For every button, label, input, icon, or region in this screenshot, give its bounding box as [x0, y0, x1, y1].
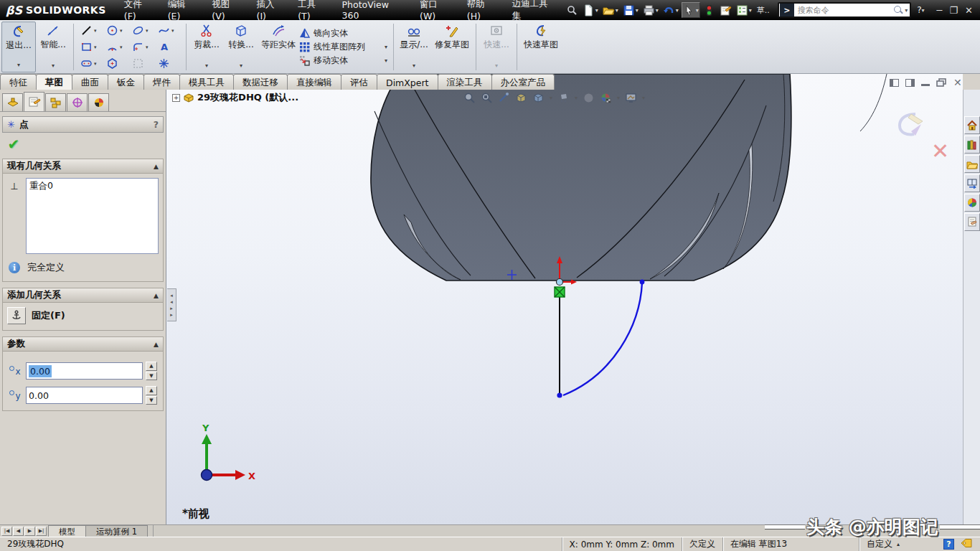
- tab-office-products[interactable]: 办公室产品: [491, 74, 555, 90]
- tab-features[interactable]: 特征: [0, 74, 37, 90]
- open-file-button[interactable]: ▾: [601, 2, 620, 18]
- last-tab-icon[interactable]: ▶|: [36, 527, 47, 536]
- options-properties-icon[interactable]: [718, 2, 733, 18]
- doc-restore-button[interactable]: [936, 78, 947, 88]
- show-left-pane-icon[interactable]: [890, 79, 899, 87]
- quick-snaps-button[interactable]: 快速草图: [520, 22, 562, 72]
- tab-dimxpert[interactable]: DimXpert: [377, 74, 438, 90]
- rectangle-tool[interactable]: ▾: [78, 39, 104, 55]
- restore-button[interactable]: ❐: [949, 5, 958, 16]
- convert-entities-button[interactable]: 转换... ▾: [224, 22, 258, 72]
- tab-dimxpert-manager[interactable]: [67, 93, 88, 111]
- search-commands-box[interactable]: > 搜索命令 ▾: [778, 2, 911, 18]
- tab-configuration-manager[interactable]: [45, 93, 66, 111]
- tab-surfaces[interactable]: 曲面: [72, 74, 108, 90]
- edit-appearance-icon[interactable]: [583, 92, 595, 104]
- move-entities-button[interactable]: 移动实体 ▾: [298, 55, 390, 67]
- repair-sketch-button[interactable]: 修复草图: [431, 22, 473, 72]
- x-spin-up-icon[interactable]: ▲: [146, 362, 157, 371]
- custom-properties-button[interactable]: [964, 213, 980, 231]
- search-input[interactable]: 搜索命令: [794, 5, 893, 16]
- menu-file[interactable]: 文件(F): [116, 0, 160, 20]
- parameters-header[interactable]: 参数 ▲: [3, 337, 163, 352]
- x-spin-down-icon[interactable]: ▼: [146, 372, 157, 381]
- zoom-fit-icon[interactable]: [463, 92, 476, 104]
- tab-data-migration[interactable]: 数据迁移: [233, 74, 288, 90]
- y-spinner[interactable]: ▲▼: [146, 386, 157, 405]
- slot-tool[interactable]: ▾: [78, 55, 104, 72]
- close-button[interactable]: ✕: [965, 5, 973, 16]
- status-units[interactable]: 自定义 ▴: [859, 537, 938, 551]
- menu-maidi-tools[interactable]: 迈迪工具集: [504, 0, 562, 20]
- view-settings-icon[interactable]: [625, 92, 637, 104]
- sketch-arc[interactable]: [563, 283, 642, 395]
- save-button[interactable]: ▾: [621, 2, 640, 18]
- existing-relations-header[interactable]: 现有几何关系 ▲: [3, 159, 163, 174]
- search-icon[interactable]: [893, 5, 903, 15]
- relations-listbox[interactable]: 重合0: [26, 178, 159, 254]
- panel-splitter-handle[interactable]: ◂◂▸▸: [167, 288, 176, 321]
- next-tab-icon[interactable]: ▶: [24, 527, 35, 536]
- text-tool[interactable]: A: [156, 39, 182, 55]
- y-spin-down-icon[interactable]: ▼: [146, 396, 157, 405]
- rose-model-body[interactable]: [371, 74, 887, 281]
- property-help-icon[interactable]: ?: [154, 119, 159, 130]
- display-settings-icon[interactable]: ▾: [735, 2, 753, 18]
- tab-evaluate[interactable]: 评估: [341, 74, 377, 90]
- collapse-chevron-icon[interactable]: ▲: [154, 341, 159, 348]
- pin-icon[interactable]: [565, 2, 580, 18]
- view-settings-caret-icon[interactable]: ▾: [642, 95, 645, 101]
- status-help-icon[interactable]: ?: [943, 539, 954, 550]
- menu-help[interactable]: 帮助(H): [459, 0, 504, 20]
- units-caret-icon[interactable]: ▴: [897, 541, 900, 547]
- display-style-caret-icon[interactable]: ▾: [550, 95, 552, 101]
- truncated-toolbar-item[interactable]: 草..: [757, 5, 770, 16]
- graphics-viewport[interactable]: Y X + 29玫瑰花DHQ (默认... ▾ ▾ ▾ ▾: [166, 74, 963, 524]
- smart-dimension-button[interactable]: 智能... ▾: [36, 22, 70, 72]
- trim-entities-button[interactable]: 剪裁... ▾: [189, 22, 224, 72]
- appearances-scenes-button[interactable]: [964, 194, 980, 212]
- fix-relation-button[interactable]: [7, 307, 26, 324]
- ellipse-tool[interactable]: ▾: [130, 22, 156, 39]
- help-caret-icon[interactable]: ▾: [922, 7, 925, 14]
- y-coordinate-input[interactable]: 0.00: [26, 387, 143, 404]
- rebuild-traffic-light-icon[interactable]: [702, 2, 717, 18]
- y-spin-up-icon[interactable]: ▲: [146, 386, 157, 395]
- menu-photoview[interactable]: PhotoView 360: [334, 0, 412, 20]
- tree-expand-icon[interactable]: +: [172, 94, 180, 102]
- exit-sketch-button[interactable]: 退出... ▾: [1, 22, 36, 72]
- minimize-button[interactable]: ─: [937, 5, 943, 16]
- menu-insert[interactable]: 插入(I): [249, 0, 291, 20]
- x-coordinate-input[interactable]: 0.00: [26, 362, 143, 380]
- menu-tools[interactable]: 工具(T): [290, 0, 334, 20]
- section-view-icon[interactable]: [498, 92, 510, 104]
- display-style-icon[interactable]: [532, 92, 545, 104]
- collapse-chevron-icon[interactable]: ▲: [154, 292, 159, 299]
- hide-show-caret-icon[interactable]: ▾: [575, 95, 578, 101]
- new-file-button[interactable]: ▾: [581, 2, 600, 18]
- tab-sheet-metal[interactable]: 钣金: [108, 74, 144, 90]
- tab-motion-study[interactable]: 运动算例 1: [85, 525, 148, 537]
- spline-tool[interactable]: ▾: [156, 22, 182, 39]
- fillet-tool[interactable]: ▾: [130, 39, 156, 55]
- display-delete-relations-button[interactable]: 显示/... ▾: [397, 22, 431, 72]
- line-tool[interactable]: ▾: [78, 22, 104, 39]
- add-relations-header[interactable]: 添加几何关系 ▲: [3, 288, 163, 303]
- file-explorer-button[interactable]: [964, 155, 980, 173]
- offset-entities-button[interactable]: 等距实体: [258, 22, 298, 72]
- show-right-pane-icon[interactable]: [905, 79, 915, 87]
- model-canvas[interactable]: Y X: [166, 74, 963, 524]
- point-tool[interactable]: [156, 55, 182, 72]
- undo-button[interactable]: ▾: [661, 2, 680, 18]
- mirror-entities-button[interactable]: 镜向实体: [298, 27, 390, 39]
- polygon-tool[interactable]: [104, 55, 130, 72]
- doc-minimize-button[interactable]: [921, 84, 930, 86]
- view-orientation-icon[interactable]: [515, 92, 527, 104]
- prev-tab-icon[interactable]: ◀: [13, 527, 24, 536]
- doc-close-button[interactable]: ✕: [953, 77, 962, 88]
- print-button[interactable]: ▾: [641, 2, 660, 18]
- menu-view[interactable]: 视图(V): [204, 0, 248, 20]
- circle-tool[interactable]: ▾: [104, 22, 130, 39]
- feature-tree-flyout[interactable]: + 29玫瑰花DHQ (默认...: [172, 91, 298, 104]
- sketch-point-top[interactable]: [640, 280, 645, 285]
